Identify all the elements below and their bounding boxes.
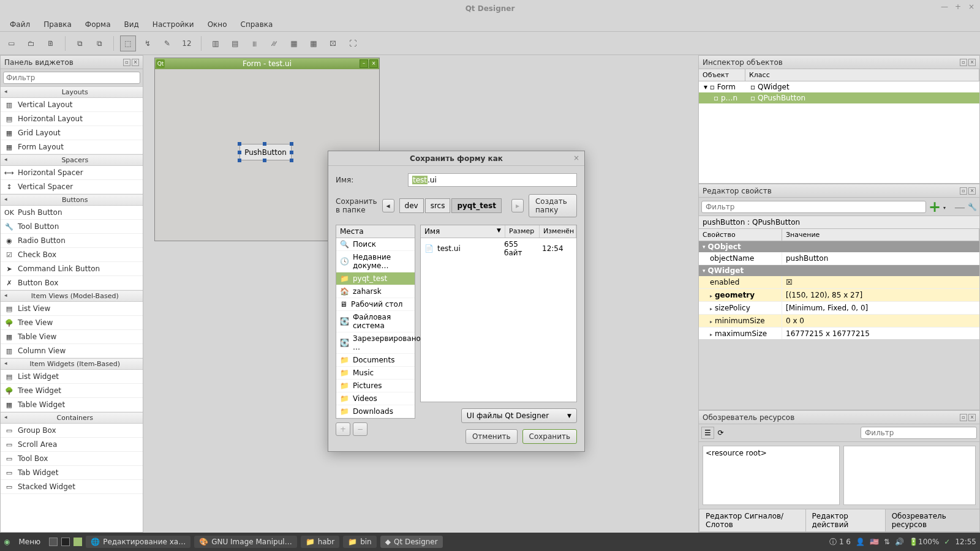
bring-front-icon[interactable]: ⧉ — [91, 36, 107, 51]
resbrowser-filter[interactable] — [861, 427, 977, 439]
undock-icon[interactable]: ▫ — [960, 59, 967, 66]
form-close-icon[interactable]: × — [369, 59, 378, 68]
menu-настройки[interactable]: Настройки — [146, 19, 200, 30]
open-icon[interactable]: 🗀 — [23, 36, 39, 51]
place-item[interactable]: 📁Videos — [336, 392, 415, 405]
notification-icon[interactable]: ⓘ 1 6 — [829, 537, 851, 547]
layout-hsplit-icon[interactable]: ⫼ — [247, 36, 263, 51]
edit-tab-order-icon[interactable]: 12 — [179, 36, 195, 51]
widget-item[interactable]: ▦Form Layout — [1, 140, 143, 154]
undock-icon[interactable]: ▫ — [960, 187, 967, 195]
widget-item[interactable]: ➤Command Link Button — [1, 262, 143, 276]
widget-category[interactable]: Item Views (Model-Based) — [1, 290, 143, 302]
volume-icon[interactable]: 🔊 — [895, 538, 904, 546]
remove-place-icon[interactable]: − — [353, 422, 368, 436]
widget-item[interactable]: 🔧Tool Button — [1, 220, 143, 234]
pushbutton-widget[interactable]: PushButton — [239, 144, 292, 160]
widget-item[interactable]: 🌳Tree View — [1, 316, 143, 330]
menu-вид[interactable]: Вид — [118, 19, 145, 30]
edit-widgets-icon[interactable]: ⬚ — [120, 36, 136, 51]
save-button[interactable]: Сохранить — [522, 429, 578, 444]
reload-icon[interactable]: ⟳ — [718, 429, 724, 437]
path-crumb[interactable]: pyqt_test — [451, 198, 502, 213]
shield-icon[interactable]: ✓ — [944, 538, 950, 546]
widget-item[interactable]: ⟷Horizontal Spacer — [1, 166, 143, 180]
files-col-modified[interactable]: Изменён — [540, 225, 576, 238]
prop-row[interactable]: objectNamepushButton — [699, 252, 979, 265]
widget-item[interactable]: ▦Table View — [1, 330, 143, 344]
menu-форма[interactable]: Форма — [79, 19, 117, 30]
form-min-icon[interactable]: – — [360, 59, 368, 68]
keyboard-layout-icon[interactable]: 🇺🇸 — [870, 538, 879, 546]
minimize-icon[interactable]: — — [940, 2, 949, 12]
widget-category[interactable]: Spacers — [1, 154, 143, 166]
layout-form-icon[interactable]: ▦ — [306, 36, 322, 51]
widget-item[interactable]: ▥Column View — [1, 344, 143, 358]
place-item[interactable]: 💽Файловая система — [336, 311, 415, 332]
path-crumb[interactable]: srcs — [425, 198, 451, 213]
widget-category[interactable]: Buttons — [1, 194, 143, 206]
widget-item[interactable]: ▤List View — [1, 302, 143, 316]
path-back-icon[interactable]: ◂ — [382, 199, 394, 212]
prop-row[interactable]: minimumSize0 x 0 — [699, 315, 979, 328]
network-icon[interactable]: ⇅ — [884, 538, 890, 546]
start-menu[interactable]: Меню — [13, 536, 45, 548]
path-forward-icon[interactable]: ▸ — [511, 199, 524, 212]
filetype-combo[interactable]: UI файлы Qt Designer▼ — [461, 408, 577, 423]
menu-справка[interactable]: Справка — [235, 19, 279, 30]
widget-category[interactable]: Item Widgets (Item-Based) — [1, 358, 143, 370]
menu-правка[interactable]: Правка — [37, 19, 78, 30]
add-property-icon[interactable]: + — [929, 203, 941, 211]
widget-item[interactable]: ☑Check Box — [1, 248, 143, 262]
widgetbox-filter[interactable] — [3, 72, 140, 84]
resource-tab[interactable]: Редактор Сигналов/Слотов — [699, 509, 806, 532]
undock-icon[interactable]: ▫ — [960, 414, 967, 421]
prop-row[interactable]: enabled☒ — [699, 276, 979, 289]
undock-icon[interactable]: ▫ — [123, 59, 130, 66]
widget-item[interactable]: ▤List Widget — [1, 370, 143, 384]
menu-окно[interactable]: Окно — [202, 19, 233, 30]
widget-item[interactable]: ▭Stacked Widget — [1, 480, 143, 494]
save-icon[interactable]: 🗎 — [43, 36, 59, 51]
widget-item[interactable]: ▭Tab Widget — [1, 466, 143, 480]
add-place-icon[interactable]: + — [336, 422, 350, 436]
resource-tree[interactable]: <resource root> — [703, 446, 840, 505]
widget-item[interactable]: ▦Table Widget — [1, 398, 143, 412]
inspector-row[interactable]: ▫ p…n▫ QPushButton — [699, 92, 979, 103]
prop-row[interactable]: maximumSize16777215 x 16777215 — [699, 328, 979, 339]
new-form-icon[interactable]: ▭ — [4, 36, 20, 51]
resource-tab[interactable]: Редактор действий — [805, 509, 886, 532]
close-panel-icon[interactable]: × — [132, 59, 139, 66]
widget-item[interactable]: ▤Horizontal Layout — [1, 112, 143, 126]
widget-item[interactable]: ▥Vertical Layout — [1, 98, 143, 112]
terminal-icon[interactable] — [61, 538, 70, 546]
files-col-size[interactable]: Размер — [505, 225, 540, 238]
filename-input[interactable]: test.ui — [408, 173, 577, 187]
taskbar-app[interactable]: 🌐Редактирование ха… — [86, 536, 190, 548]
resource-tab[interactable]: Обозреватель ресурсов — [885, 509, 980, 532]
prop-group[interactable]: ▾ QObject — [699, 241, 979, 252]
inspector-row[interactable]: ▾ ▫ Form▫ QWidget — [699, 81, 979, 92]
edit-buddies-icon[interactable]: ✎ — [159, 36, 175, 51]
widget-category[interactable]: Containers — [1, 412, 143, 424]
show-desktop-icon[interactable] — [49, 538, 58, 546]
widget-item[interactable]: ▭Group Box — [1, 424, 143, 438]
widget-item[interactable]: ◉Radio Button — [1, 234, 143, 248]
layout-grid-icon[interactable]: ▦ — [286, 36, 302, 51]
inspector-col-class[interactable]: Класс — [745, 69, 979, 81]
taskbar-app[interactable]: 📁habr — [301, 536, 340, 548]
user-icon[interactable]: 👤 — [856, 538, 865, 546]
place-item[interactable]: 📁Downloads — [336, 405, 415, 418]
maximize-icon[interactable]: + — [953, 2, 963, 12]
place-item[interactable]: 💽Зарезервировано … — [336, 332, 415, 354]
close-panel-icon[interactable]: × — [968, 187, 976, 195]
widget-item[interactable]: ▦Grid Layout — [1, 126, 143, 140]
prop-col-value[interactable]: Значение — [782, 229, 979, 241]
widget-item[interactable]: ▭Tool Box — [1, 452, 143, 466]
place-item[interactable]: 📁Pictures — [336, 380, 415, 392]
menu-файл[interactable]: Файл — [4, 19, 36, 30]
wrench-icon[interactable]: 🔧 — [968, 203, 977, 211]
place-item[interactable]: 🔍Поиск — [336, 238, 415, 251]
place-item[interactable]: 🕓Недавние докуме… — [336, 251, 415, 272]
place-item[interactable]: 📁pyqt_test — [336, 272, 415, 285]
